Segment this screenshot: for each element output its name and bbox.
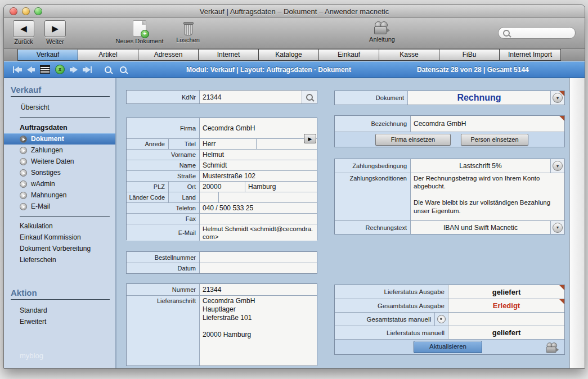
forward-arrow-icon: ▶ xyxy=(52,24,59,34)
tab-einkauf[interactable]: Einkauf xyxy=(318,49,379,61)
zoom-in-icon[interactable] xyxy=(120,66,127,73)
kdnr-lookup-button[interactable] xyxy=(302,91,317,103)
vorname-input[interactable]: Helmut xyxy=(200,150,317,160)
strasse-input[interactable]: Musterstraße 102 xyxy=(200,171,317,181)
bestellnummer-input[interactable] xyxy=(200,252,317,263)
down-arrow-icon: ▾ xyxy=(553,223,563,233)
scrollbar-track[interactable] xyxy=(569,78,585,369)
back-button[interactable]: ◀ Zurück xyxy=(13,20,34,45)
dokument-label: Dokument xyxy=(335,91,408,105)
tab-internet-import[interactable]: Internet Import xyxy=(499,49,561,61)
titel-input[interactable]: Herr xyxy=(200,139,256,149)
zoom-out-icon[interactable] xyxy=(105,66,111,73)
sidebar-item-dokument[interactable]: Dokument xyxy=(4,133,115,145)
title-bar[interactable]: Verkauf | Auftragsdaten – Dokument – Anw… xyxy=(4,5,585,18)
datum-label: Datum xyxy=(127,263,200,273)
help-button[interactable]: Anleitung xyxy=(365,20,399,43)
person-einsetzen-button[interactable]: Person einsetzen xyxy=(461,134,528,146)
tab-artikel[interactable]: Artikel xyxy=(78,49,138,61)
land-label: Land xyxy=(169,192,200,202)
firma-picker-button[interactable]: ▶ xyxy=(304,134,316,143)
next-record-icon[interactable] xyxy=(70,66,78,73)
lieferanschrift-input[interactable]: Cecomdra GmbH Hauptlager Lieferstraße 10… xyxy=(200,296,317,366)
zahlungskonditionen-label: Zahlungskonditionen xyxy=(335,173,411,220)
gesamtstatus-manuell-toggle[interactable] xyxy=(435,313,448,326)
cancel-icon[interactable]: x xyxy=(55,65,65,74)
sidebar-item-weitere-daten[interactable]: Weitere Daten xyxy=(4,156,115,167)
video-camera-icon xyxy=(374,20,390,35)
sidebar-item-erweitert[interactable]: Erweitert xyxy=(4,316,115,327)
firma-einsetzen-button[interactable]: Firma einsetzen xyxy=(375,134,451,146)
vorname-label: Vorname xyxy=(127,150,200,160)
status-box: Lieferstatus Ausgabe geliefert Gesamtsta… xyxy=(334,285,565,355)
video-help-icon[interactable] xyxy=(546,342,559,354)
new-document-button[interactable]: + Neues Dokument xyxy=(114,20,165,44)
sidebar-item-label: Mahnungen xyxy=(31,191,66,199)
firma-input[interactable]: Cecomdra GmbH xyxy=(200,118,317,138)
sidebar-item-kalkulation[interactable]: Kalkulation xyxy=(4,220,115,232)
search-input[interactable] xyxy=(513,29,572,38)
bezeichnung-input[interactable]: Cecomdra GmbH xyxy=(411,116,564,132)
dokument-value[interactable]: Rechnung xyxy=(408,91,550,105)
gesamtstatus-manuell-value[interactable] xyxy=(448,313,564,326)
lieferstatus-manuell-value[interactable]: geliefert xyxy=(448,326,564,339)
sidebar-item-label: Zahlungen xyxy=(31,146,63,154)
aktualisieren-button[interactable]: Aktualisieren xyxy=(414,341,482,353)
sidebar-item-email[interactable]: E-Mail xyxy=(4,201,115,212)
zahlungsbedingung-value[interactable]: Lastschrift 5% xyxy=(411,159,550,173)
ort-input[interactable]: Hamburg xyxy=(245,182,317,192)
bezeichnung-label: Bezeichnung xyxy=(335,116,411,132)
plz-input[interactable]: 20000 xyxy=(200,182,245,192)
laendercode-input[interactable] xyxy=(200,192,218,202)
sidebar-item-standard[interactable]: Standard xyxy=(4,305,115,316)
back-arrow-icon: ◀ xyxy=(20,24,27,34)
name-input[interactable]: Schmidt xyxy=(200,160,317,170)
forward-button[interactable]: ▶ Weiter xyxy=(44,20,66,45)
tab-kasse[interactable]: Kasse xyxy=(379,49,439,61)
sidebar-item-dokument-vorbereitung[interactable]: Dokument Vorbereitung xyxy=(4,243,115,254)
rechnungstext-value[interactable]: IBAN und Swift Macnetic xyxy=(411,221,550,234)
telefon-input[interactable]: 040 / 500 533 25 xyxy=(200,203,317,213)
kdnr-box: KdNr 21344 xyxy=(126,90,317,104)
sidebar-item-wadmin[interactable]: wAdmin xyxy=(4,178,115,190)
datum-input[interactable] xyxy=(200,263,317,273)
rechnungstext-label: Rechnungstext xyxy=(335,221,411,234)
search-field[interactable] xyxy=(498,27,576,39)
search-icon xyxy=(503,30,510,37)
sidebar-item-lieferschein[interactable]: Lieferschein xyxy=(4,254,115,265)
lieferstatus-manuell-label: Lieferstatus manuell xyxy=(335,326,448,339)
play-icon xyxy=(20,169,27,177)
first-record-icon[interactable] xyxy=(13,66,22,73)
module-layout-text: Modul: Verkauf | Layout: Auftragsdaten -… xyxy=(186,66,351,74)
email-input[interactable]: Helmut Schmidt <schmidt@cecomdra.com> xyxy=(200,224,317,241)
sidebar-item-mahnungen[interactable]: Mahnungen xyxy=(4,190,115,201)
tab-fibu[interactable]: FiBu xyxy=(439,49,499,61)
tab-verkauf[interactable]: Verkauf xyxy=(17,49,78,61)
plz-label: PLZ xyxy=(127,182,169,192)
anrede-label: Anrede xyxy=(127,139,169,149)
zahlungsbedingung-dropdown-button[interactable]: ▾ xyxy=(550,159,564,173)
land-input[interactable] xyxy=(218,192,317,202)
play-icon xyxy=(20,147,27,154)
sidebar-item-sonstiges[interactable]: Sonstiges xyxy=(4,167,115,178)
sidebar-item-zahlungen[interactable]: Zahlungen xyxy=(4,145,115,156)
sidebar-item-einkauf-kommission[interactable]: Einkauf Kommission xyxy=(4,232,115,243)
zahlungskonditionen-input[interactable]: Der Rechnungsbetrag wird von Ihrem Konto… xyxy=(411,173,564,220)
rechnungstext-dropdown-button[interactable]: ▾ xyxy=(550,221,564,234)
kdnr-input[interactable]: 21344 xyxy=(200,91,302,103)
list-view-icon[interactable] xyxy=(40,65,50,74)
nummer-input[interactable]: 21344 xyxy=(200,284,317,295)
divider xyxy=(11,96,110,97)
tab-kataloge[interactable]: Kataloge xyxy=(258,49,318,61)
tab-adressen[interactable]: Adressen xyxy=(138,49,198,61)
strasse-label: Straße xyxy=(127,171,200,181)
last-record-icon[interactable] xyxy=(83,66,92,73)
tab-internet[interactable]: Internet xyxy=(198,49,258,61)
app-window: Verkauf | Auftragsdaten – Dokument – Anw… xyxy=(3,4,585,369)
delete-button[interactable]: Löschen xyxy=(173,20,203,43)
back-label: Zurück xyxy=(14,38,33,45)
fax-input[interactable] xyxy=(200,214,317,224)
previous-record-icon[interactable] xyxy=(27,66,35,73)
sidebar-item-uebersicht[interactable]: Übersicht xyxy=(4,102,115,113)
play-icon xyxy=(20,203,27,210)
